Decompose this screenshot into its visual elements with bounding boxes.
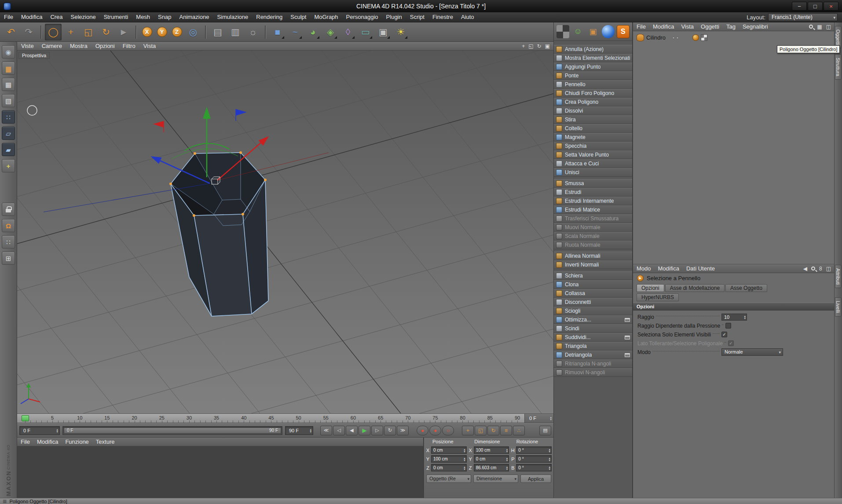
lock-icon-button[interactable] [2,203,15,216]
object-manager-menu-item[interactable]: Tag [723,22,739,31]
texture-mode-button[interactable]: ▦ [2,78,15,91]
viewport-menu-item[interactable]: Camere [38,42,66,50]
coords-col-rotazione[interactable]: Rotazione [510,439,552,446]
close-button[interactable]: × [824,2,838,11]
range-slider-handle[interactable]: 0 F 90 F [64,427,281,434]
maximize-button[interactable]: □ [808,2,823,11]
polygons-mode-button[interactable]: ▰ [2,143,15,156]
tab-livelli[interactable]: Livelli [835,297,842,317]
axis-mode-button[interactable]: + [2,159,15,172]
add-modeling-button[interactable]: ◈ [322,24,339,40]
last-used-tool[interactable]: ► [115,24,132,40]
add-environment-button[interactable]: ▭ [357,24,374,40]
scale-tool[interactable]: ◱ [80,24,97,40]
lock-x-axis-button[interactable]: X [140,24,154,40]
play-button[interactable]: ▶ [359,426,370,435]
command-item[interactable]: Ponte [554,71,632,80]
command-item[interactable]: Crea Poligono [554,98,632,106]
viewport-menu-item[interactable]: Mostra [66,42,92,50]
command-item[interactable]: Pennello [554,80,632,89]
coordinate-field[interactable]: 0 cm ▴▾ [431,464,467,471]
record-pla-toggle[interactable]: ∴ [513,426,525,435]
section-header[interactable]: Opzioni [633,303,834,310]
cylinder-object-icon[interactable] [637,34,644,41]
add-camera-button[interactable]: ▣ [375,24,392,40]
command-item[interactable]: Detriangola [554,351,632,359]
command-item[interactable]: Mostra Elementi Selezionati [554,54,632,62]
command-item[interactable]: Trasferisci Smussatura [554,214,632,223]
viewport-menu-item[interactable]: Filtro [119,42,139,50]
spinner-icon[interactable]: ▴▾ [550,416,552,420]
command-item[interactable]: Muovi Normale [554,223,632,232]
spinner-icon[interactable]: ▴▾ [464,457,465,461]
command-item[interactable]: Triangola [554,342,632,351]
add-hypernurbs-button[interactable]: ◕ [304,24,321,40]
quantize-button[interactable]: ∷ [2,235,15,248]
add-cube-button[interactable]: ■ [269,24,286,40]
object-manager-menu-item[interactable]: File [633,22,649,31]
attribute-tab[interactable]: Asse di Modellazione [665,284,725,292]
object-manager-menu-item[interactable]: Oggetti [697,22,723,31]
command-item[interactable]: Suddividi... [554,333,632,342]
attribute-menu-item[interactable]: Dati Utente [683,264,718,273]
record-keyframe-button[interactable]: ● [417,426,428,435]
timeline-ruler[interactable]: 51015202530354045505560657075808590 0 F … [17,413,553,423]
coordinate-field[interactable]: 100 cm ▴▾ [474,446,509,454]
attribute-menu-item[interactable]: Modo [633,264,655,273]
loop-button[interactable]: ↻ [384,426,396,435]
command-item[interactable]: Coltello [554,124,632,133]
coordinate-field[interactable]: 0 ° ▴▾ [516,455,552,463]
pan-view-icon[interactable]: + [522,43,525,49]
record-parameter-toggle[interactable]: ≡ [500,426,512,435]
lock-icon[interactable]: 8 [819,266,822,271]
coordinate-field[interactable]: 100 cm ▴▾ [431,455,467,463]
coordinate-field[interactable]: 86.603 cm ▴▾ [474,464,509,471]
menu-item[interactable]: Script [406,12,428,22]
visibili-checkbox[interactable] [721,332,727,337]
command-item[interactable]: Dissolvi [554,106,632,115]
keyframe-selection-button[interactable]: ○ [442,426,454,435]
record-position-toggle[interactable]: + [462,426,474,435]
command-item[interactable]: Collassa [554,289,632,298]
record-scale-toggle[interactable]: ◱ [475,426,487,435]
redo-button[interactable]: ↷ [20,24,37,40]
command-item[interactable]: Estrudi [554,188,632,197]
attribute-tab[interactable]: HyperNURBS [637,293,679,301]
menu-item[interactable]: MoGraph [310,12,342,22]
filter-icon[interactable]: ▦ [817,24,822,29]
tab-attributi[interactable]: Attributi [835,265,842,288]
spinner-icon[interactable]: ▴▾ [506,448,508,453]
search-icon[interactable] [809,25,813,29]
points-mode-button[interactable]: ∷ [2,110,15,124]
raggio-field[interactable]: 10 ▴▾ [721,314,747,321]
tab-struttura[interactable]: Struttura [835,54,842,80]
command-item[interactable]: Ottimizza... [554,315,632,324]
viewport-view-label[interactable]: Prospettiva [18,52,50,59]
menu-item[interactable]: Sculpt [286,12,310,22]
lock-z-axis-button[interactable]: Z [170,24,184,40]
materials-menu-item[interactable]: Funzione [62,438,92,446]
command-item[interactable]: Rimuovi N-angoli [554,368,632,377]
menu-item[interactable]: Animazione [175,12,213,22]
viewport[interactable]: Prospettiva [17,51,553,413]
maximize-view-icon[interactable]: ▣ [545,43,550,49]
menu-item[interactable]: Plugin [382,12,406,22]
toolbar-button[interactable] [264,25,267,39]
coordinate-field[interactable]: 0 ° ▴▾ [516,446,552,454]
interface-palette-icon[interactable] [556,25,569,38]
toolbar-button[interactable] [134,25,138,39]
add-spline-button[interactable]: ~ [287,24,304,40]
end-frame-field[interactable]: 90 F ▴▾ [285,426,313,435]
menu-item[interactable]: Selezione [67,12,100,22]
viewport-3d-scene[interactable] [17,51,553,413]
minimize-button[interactable]: − [792,2,807,11]
panel-icon[interactable]: ◫ [826,24,831,29]
command-item[interactable]: Allinea Normali [554,252,632,260]
character-palette-icon[interactable]: ☺ [571,25,584,38]
attribute-menu-item[interactable]: Modifica [655,264,683,273]
menu-item[interactable]: Mesh [132,12,154,22]
command-item[interactable]: Specchia [554,142,632,150]
menu-item[interactable]: Aiuto [457,12,478,22]
materials-menu-item[interactable]: Texture [92,438,118,446]
command-item[interactable]: Smussa [554,179,632,188]
